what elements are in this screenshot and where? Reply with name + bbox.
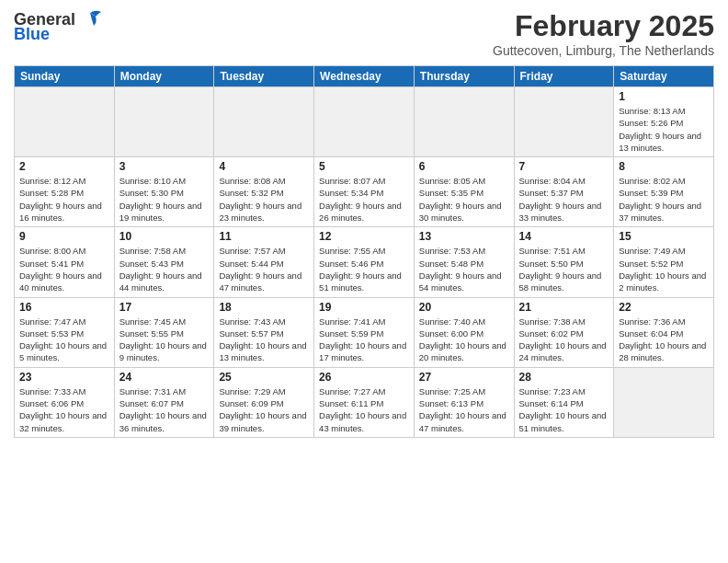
day-number: 15 — [619, 230, 709, 243]
calendar-cell — [414, 87, 514, 157]
header: General Blue February 2025 Guttecoven, L… — [14, 9, 714, 58]
day-number: 12 — [319, 230, 409, 243]
calendar-cell: 10Sunrise: 7:58 AM Sunset: 5:43 PM Dayli… — [114, 227, 214, 297]
calendar-cell: 27Sunrise: 7:25 AM Sunset: 6:13 PM Dayli… — [414, 367, 514, 437]
calendar-header: SundayMondayTuesdayWednesdayThursdayFrid… — [15, 66, 714, 87]
day-number: 20 — [419, 301, 509, 314]
day-info: Sunrise: 8:04 AM Sunset: 5:37 PM Dayligh… — [519, 175, 609, 224]
weekday-header-tuesday: Tuesday — [214, 66, 314, 87]
day-info: Sunrise: 8:13 AM Sunset: 5:26 PM Dayligh… — [619, 105, 709, 154]
day-info: Sunrise: 7:51 AM Sunset: 5:50 PM Dayligh… — [519, 245, 609, 293]
day-info: Sunrise: 7:29 AM Sunset: 6:09 PM Dayligh… — [219, 385, 309, 434]
calendar-week-4: 16Sunrise: 7:47 AM Sunset: 5:53 PM Dayli… — [15, 297, 714, 367]
day-info: Sunrise: 7:41 AM Sunset: 5:59 PM Dayligh… — [319, 316, 409, 364]
day-number: 1 — [619, 90, 709, 103]
day-number: 4 — [219, 160, 309, 173]
day-info: Sunrise: 7:23 AM Sunset: 6:14 PM Dayligh… — [519, 385, 609, 434]
weekday-header-thursday: Thursday — [414, 66, 514, 87]
calendar-cell: 18Sunrise: 7:43 AM Sunset: 5:57 PM Dayli… — [214, 297, 314, 367]
day-number: 23 — [19, 371, 109, 384]
day-number: 9 — [19, 230, 109, 243]
calendar-cell: 7Sunrise: 8:04 AM Sunset: 5:37 PM Daylig… — [514, 157, 614, 227]
day-info: Sunrise: 7:38 AM Sunset: 6:02 PM Dayligh… — [519, 316, 609, 364]
calendar-cell: 11Sunrise: 7:57 AM Sunset: 5:44 PM Dayli… — [214, 227, 314, 297]
weekday-header-monday: Monday — [114, 66, 214, 87]
logo-blue: Blue — [14, 26, 50, 42]
weekday-header-wednesday: Wednesday — [314, 66, 415, 87]
calendar-cell: 28Sunrise: 7:23 AM Sunset: 6:14 PM Dayli… — [514, 367, 614, 437]
calendar-cell: 19Sunrise: 7:41 AM Sunset: 5:59 PM Dayli… — [314, 297, 415, 367]
calendar-cell: 4Sunrise: 8:08 AM Sunset: 5:32 PM Daylig… — [214, 157, 314, 227]
calendar-table: SundayMondayTuesdayWednesdayThursdayFrid… — [14, 65, 714, 438]
calendar-cell — [214, 87, 314, 157]
calendar-cell: 3Sunrise: 8:10 AM Sunset: 5:30 PM Daylig… — [114, 157, 214, 227]
calendar-cell: 25Sunrise: 7:29 AM Sunset: 6:09 PM Dayli… — [214, 367, 314, 437]
day-number: 14 — [519, 230, 609, 243]
day-number: 17 — [119, 301, 210, 314]
calendar-cell — [114, 87, 214, 157]
title-block: February 2025 Guttecoven, Limburg, The N… — [493, 9, 714, 58]
calendar-cell: 5Sunrise: 8:07 AM Sunset: 5:34 PM Daylig… — [314, 157, 415, 227]
calendar-week-1: 1Sunrise: 8:13 AM Sunset: 5:26 PM Daylig… — [15, 87, 714, 157]
calendar-week-5: 23Sunrise: 7:33 AM Sunset: 6:06 PM Dayli… — [15, 367, 714, 437]
day-info: Sunrise: 7:25 AM Sunset: 6:13 PM Dayligh… — [419, 385, 509, 434]
logo-bird-icon — [77, 9, 103, 29]
calendar-cell — [514, 87, 614, 157]
day-number: 24 — [119, 371, 210, 384]
calendar-cell: 17Sunrise: 7:45 AM Sunset: 5:55 PM Dayli… — [114, 297, 214, 367]
weekday-header-saturday: Saturday — [614, 66, 714, 87]
day-number: 8 — [619, 160, 709, 173]
day-info: Sunrise: 7:40 AM Sunset: 6:00 PM Dayligh… — [419, 316, 509, 364]
calendar-cell: 24Sunrise: 7:31 AM Sunset: 6:07 PM Dayli… — [114, 367, 214, 437]
day-info: Sunrise: 7:47 AM Sunset: 5:53 PM Dayligh… — [19, 316, 109, 364]
logo: General Blue — [14, 9, 103, 42]
day-info: Sunrise: 7:55 AM Sunset: 5:46 PM Dayligh… — [319, 245, 409, 293]
calendar-cell: 12Sunrise: 7:55 AM Sunset: 5:46 PM Dayli… — [314, 227, 415, 297]
calendar-cell: 8Sunrise: 8:02 AM Sunset: 5:39 PM Daylig… — [614, 157, 714, 227]
day-info: Sunrise: 7:58 AM Sunset: 5:43 PM Dayligh… — [119, 245, 210, 293]
day-info: Sunrise: 7:31 AM Sunset: 6:07 PM Dayligh… — [119, 385, 210, 434]
day-info: Sunrise: 7:57 AM Sunset: 5:44 PM Dayligh… — [219, 245, 309, 293]
day-info: Sunrise: 8:12 AM Sunset: 5:28 PM Dayligh… — [19, 175, 109, 224]
calendar-week-3: 9Sunrise: 8:00 AM Sunset: 5:41 PM Daylig… — [15, 227, 714, 297]
day-info: Sunrise: 7:49 AM Sunset: 5:52 PM Dayligh… — [619, 245, 709, 293]
day-number: 26 — [319, 371, 409, 384]
calendar-cell: 14Sunrise: 7:51 AM Sunset: 5:50 PM Dayli… — [514, 227, 614, 297]
sub-title: Guttecoven, Limburg, The Netherlands — [493, 43, 714, 58]
day-number: 27 — [419, 371, 509, 384]
calendar-cell: 26Sunrise: 7:27 AM Sunset: 6:11 PM Dayli… — [314, 367, 415, 437]
day-info: Sunrise: 7:45 AM Sunset: 5:55 PM Dayligh… — [119, 316, 210, 364]
calendar-cell: 2Sunrise: 8:12 AM Sunset: 5:28 PM Daylig… — [15, 157, 115, 227]
weekday-header-friday: Friday — [514, 66, 614, 87]
day-number: 18 — [219, 301, 309, 314]
calendar-cell — [15, 87, 115, 157]
day-info: Sunrise: 7:53 AM Sunset: 5:48 PM Dayligh… — [419, 245, 509, 293]
calendar-cell: 9Sunrise: 8:00 AM Sunset: 5:41 PM Daylig… — [15, 227, 115, 297]
day-number: 6 — [419, 160, 509, 173]
calendar-cell — [314, 87, 415, 157]
day-info: Sunrise: 8:07 AM Sunset: 5:34 PM Dayligh… — [319, 175, 409, 224]
day-info: Sunrise: 7:43 AM Sunset: 5:57 PM Dayligh… — [219, 316, 309, 364]
calendar-cell: 13Sunrise: 7:53 AM Sunset: 5:48 PM Dayli… — [414, 227, 514, 297]
day-number: 11 — [219, 230, 309, 243]
main-title: February 2025 — [493, 9, 714, 43]
weekday-header-row: SundayMondayTuesdayWednesdayThursdayFrid… — [15, 66, 714, 87]
calendar-cell: 23Sunrise: 7:33 AM Sunset: 6:06 PM Dayli… — [15, 367, 115, 437]
calendar-cell: 1Sunrise: 8:13 AM Sunset: 5:26 PM Daylig… — [614, 87, 714, 157]
day-number: 25 — [219, 371, 309, 384]
calendar-body: 1Sunrise: 8:13 AM Sunset: 5:26 PM Daylig… — [15, 87, 714, 438]
calendar-cell: 21Sunrise: 7:38 AM Sunset: 6:02 PM Dayli… — [514, 297, 614, 367]
day-number: 21 — [519, 301, 609, 314]
calendar-cell: 20Sunrise: 7:40 AM Sunset: 6:00 PM Dayli… — [414, 297, 514, 367]
weekday-header-sunday: Sunday — [15, 66, 115, 87]
page: General Blue February 2025 Guttecoven, L… — [0, 0, 728, 563]
day-number: 10 — [119, 230, 210, 243]
calendar-week-2: 2Sunrise: 8:12 AM Sunset: 5:28 PM Daylig… — [15, 157, 714, 227]
day-number: 16 — [19, 301, 109, 314]
day-number: 13 — [419, 230, 509, 243]
day-info: Sunrise: 8:02 AM Sunset: 5:39 PM Dayligh… — [619, 175, 709, 224]
calendar-cell: 16Sunrise: 7:47 AM Sunset: 5:53 PM Dayli… — [15, 297, 115, 367]
day-number: 2 — [19, 160, 109, 173]
day-number: 3 — [119, 160, 210, 173]
day-number: 28 — [519, 371, 609, 384]
